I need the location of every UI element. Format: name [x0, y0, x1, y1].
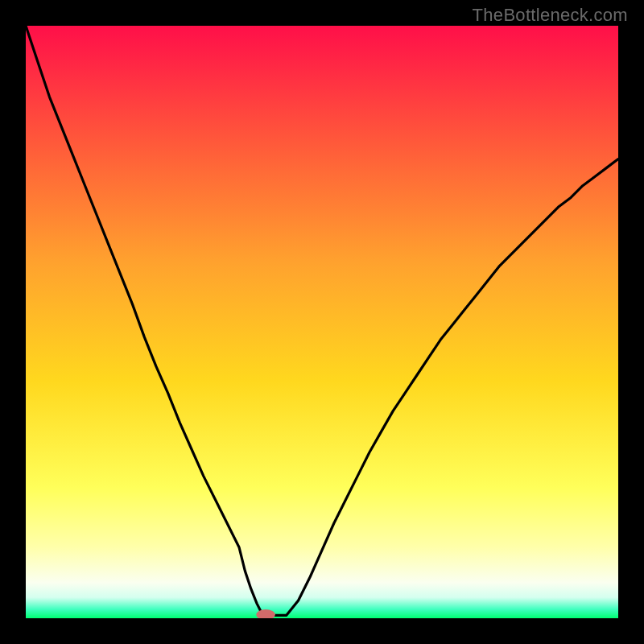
bottleneck-chart: [26, 26, 618, 618]
chart-frame: [26, 26, 618, 618]
watermark-text: TheBottleneck.com: [473, 5, 628, 26]
chart-background-gradient: [26, 26, 618, 618]
